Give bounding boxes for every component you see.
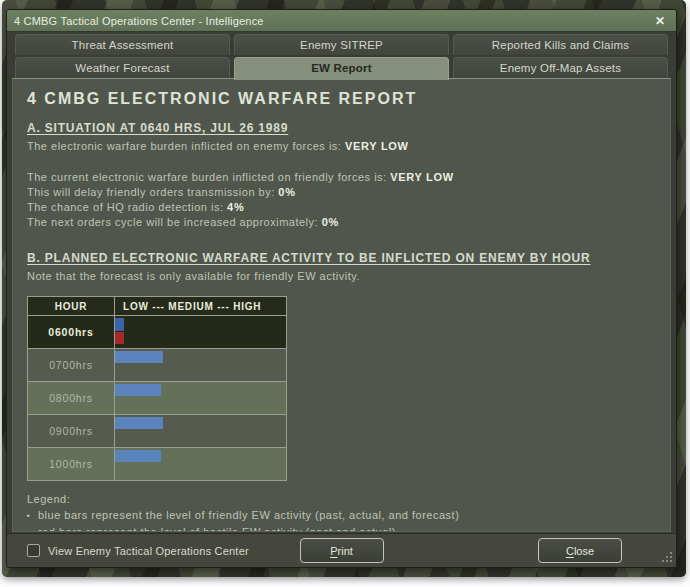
radio-detection-value: 4% bbox=[227, 201, 244, 213]
print-button[interactable]: Print bbox=[300, 538, 384, 563]
activity-cell bbox=[115, 415, 287, 448]
friendly-burden-value: VERY LOW bbox=[390, 171, 454, 183]
ew-activity-table: HOUR LOW --- MEDIUM --- HIGH 0600hrs bbox=[27, 296, 287, 481]
legend-item-hostile: ▪red bars represent the level of hostile… bbox=[27, 524, 656, 532]
tab-reported-kills-and-claims[interactable]: Reported Kills and Claims bbox=[453, 34, 668, 55]
activity-cell bbox=[115, 448, 287, 481]
friendly-ew-bar bbox=[115, 318, 124, 331]
hour-cell: 0700hrs bbox=[28, 349, 115, 382]
hour-cell: 1000hrs bbox=[28, 448, 115, 481]
tab-weather-forecast[interactable]: Weather Forecast bbox=[15, 57, 230, 78]
hour-label: 0700hrs bbox=[49, 359, 93, 371]
window-titlebar: 4 CMBG Tactical Operations Center - Inte… bbox=[7, 10, 676, 32]
legend-title: Legend: bbox=[27, 492, 656, 507]
orders-cycle-line: The next orders cycle will be increased … bbox=[27, 215, 656, 230]
hour-cell: 0600hrs bbox=[28, 316, 115, 349]
hour-label: 0800hrs bbox=[49, 392, 93, 404]
checkbox-icon[interactable] bbox=[27, 544, 40, 557]
view-enemy-toc-option[interactable]: View Enemy Tactical Operations Center bbox=[27, 534, 249, 567]
friendly-ew-bar bbox=[115, 384, 161, 396]
table-row: 0900hrs bbox=[28, 415, 287, 448]
hour-label: 0900hrs bbox=[49, 425, 93, 437]
tab-enemy-sitrep[interactable]: Enemy SITREP bbox=[234, 34, 449, 55]
section-a-heading: A. SITUATION AT 0640 HRS, JUL 26 1989 bbox=[27, 121, 656, 136]
close-button[interactable]: Close bbox=[538, 538, 622, 563]
friendly-burden-line: The current electronic warfare burden in… bbox=[27, 170, 656, 185]
enemy-burden-line: The electronic warfare burden inflicted … bbox=[27, 139, 656, 154]
table-row: 1000hrs bbox=[28, 448, 287, 481]
ew-table-body: 0600hrs 0700hrs bbox=[28, 316, 287, 481]
table-row: 0600hrs bbox=[28, 316, 287, 349]
hour-cell: 0800hrs bbox=[28, 382, 115, 415]
hostile-ew-bar bbox=[115, 332, 124, 344]
checkbox-label: View Enemy Tactical Operations Center bbox=[48, 545, 249, 557]
orders-delay-value: 0% bbox=[278, 186, 295, 198]
forecast-note: Note that the forecast is only available… bbox=[27, 269, 656, 284]
tab-enemy-off-map-assets[interactable]: Enemy Off-Map Assets bbox=[453, 57, 668, 78]
hour-cell: 0900hrs bbox=[28, 415, 115, 448]
scale-column-header: LOW --- MEDIUM --- HIGH bbox=[115, 297, 287, 316]
tab-threat-assessment[interactable]: Threat Assessment bbox=[15, 34, 230, 55]
hour-label: 1000hrs bbox=[49, 458, 93, 470]
bullet-icon: ▪ bbox=[27, 508, 38, 524]
toc-window: 4 CMBG Tactical Operations Center - Inte… bbox=[6, 9, 677, 568]
footer-bar: View Enemy Tactical Operations Center Pr… bbox=[7, 533, 676, 567]
tab-strip: Threat Assessment Enemy SITREP Reported … bbox=[15, 34, 668, 78]
activity-cell bbox=[115, 349, 287, 382]
friendly-ew-bar bbox=[115, 417, 163, 429]
ew-report-panel: 4 CMBG ELECTRONIC WARFARE REPORT A. SITU… bbox=[12, 78, 671, 532]
enemy-burden-value: VERY LOW bbox=[345, 140, 409, 152]
close-icon[interactable]: ✕ bbox=[644, 10, 676, 32]
bullet-icon: ▪ bbox=[27, 525, 38, 532]
table-row: 0700hrs bbox=[28, 349, 287, 382]
screenshot-stage: 4 CMBG Tactical Operations Center - Inte… bbox=[0, 0, 690, 587]
orders-delay-line: This will delay friendly orders transmis… bbox=[27, 185, 656, 200]
activity-cell bbox=[115, 382, 287, 415]
resize-grip-icon[interactable] bbox=[666, 556, 668, 558]
friendly-ew-bar bbox=[115, 351, 163, 363]
orders-cycle-value: 0% bbox=[322, 216, 339, 228]
hour-column-header: HOUR bbox=[28, 297, 115, 316]
friendly-ew-bar bbox=[115, 450, 161, 462]
table-row: 0800hrs bbox=[28, 382, 287, 415]
legend-item-friendly: ▪blue bars represent the level of friend… bbox=[27, 507, 656, 524]
activity-cell bbox=[115, 316, 287, 349]
table-header-row: HOUR LOW --- MEDIUM --- HIGH bbox=[28, 297, 287, 316]
legend-block: Legend: ▪blue bars represent the level o… bbox=[27, 492, 656, 532]
section-b-heading: B. PLANNED ELECTRONIC WARFARE ACTIVITY T… bbox=[27, 251, 656, 266]
report-title: 4 CMBG ELECTRONIC WARFARE REPORT bbox=[27, 90, 656, 108]
radio-detection-line: The chance of HQ radio detection is: 4% bbox=[27, 200, 656, 215]
tab-ew-report[interactable]: EW Report bbox=[234, 57, 449, 80]
hour-label: 0600hrs bbox=[48, 326, 93, 338]
window-title: 4 CMBG Tactical Operations Center - Inte… bbox=[7, 15, 264, 27]
